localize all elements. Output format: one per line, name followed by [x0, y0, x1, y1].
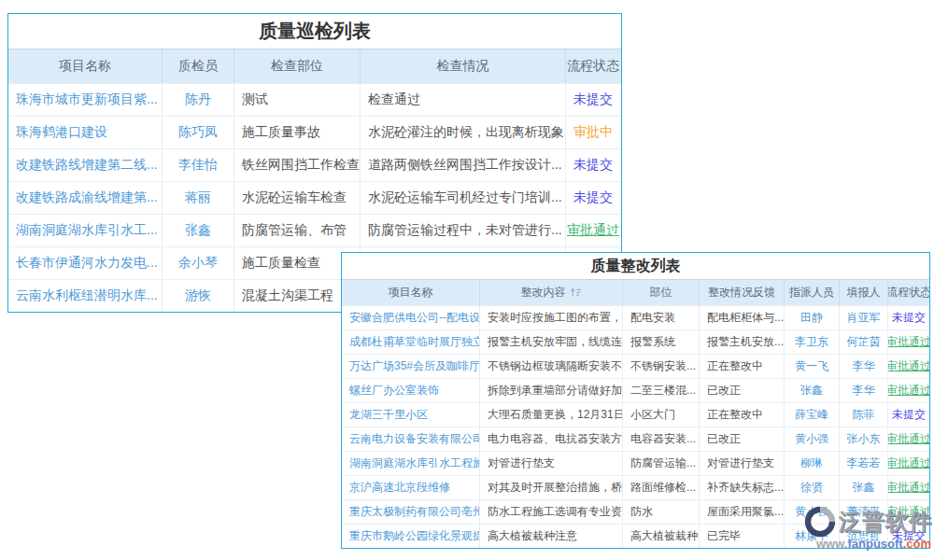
rectify-feedback-text: 正在整改中 — [707, 358, 763, 374]
cell-inspector-name: 余小琴 — [163, 247, 234, 279]
rectify-part-text: 配电安装 — [630, 310, 675, 326]
cell-process-status: 未提交 — [888, 306, 929, 329]
project-name-link[interactable]: 龙湖三千里小区 — [349, 407, 428, 423]
project-name-link[interactable]: 改建铁路线增建第二线... — [16, 157, 158, 174]
assignee-name-link[interactable]: 黄一飞 — [795, 358, 828, 374]
project-name-link[interactable]: 长春市伊通河水力发电... — [16, 255, 158, 272]
reporter-name-link[interactable]: 李华 — [853, 383, 875, 399]
rectification-table-title: 质量整改列表 — [342, 253, 929, 280]
rectify-part-text: 高大植被栽种 — [630, 528, 698, 544]
cell-reporter-name: 肖亚军 — [840, 306, 888, 329]
process-status-text: 未提交 — [892, 310, 926, 326]
project-name-link[interactable]: 安徽合肥供电公司--配电设备... — [349, 310, 480, 326]
project-name-link[interactable]: 重庆市鹅岭公园绿化景观提升... — [349, 528, 480, 544]
inspector-name-link[interactable]: 张鑫 — [185, 222, 211, 239]
reporter-name-link[interactable]: 何芷茵 — [847, 334, 881, 350]
inspector-name-link[interactable]: 陈巧凤 — [178, 124, 218, 141]
inspection-part-text: 测试 — [242, 91, 268, 108]
cell-rectify-content: 对其及时开展整治措施，桥头... — [480, 476, 623, 499]
process-status-text[interactable]: 审批通过 — [567, 222, 619, 239]
project-name-link[interactable]: 螺丝厂办公室装饰 — [349, 383, 439, 399]
cell-rectify-content: 大理石质量更换，12月31日之... — [480, 403, 623, 427]
cell-rectify-feedback: 报警主机安放... — [700, 330, 785, 354]
rectify-content-text: 拆除到承重墙部分请做好加固... — [488, 383, 623, 399]
sort-ascending-icon[interactable] — [570, 287, 582, 298]
process-status-text[interactable]: 审批通过 — [888, 504, 929, 520]
process-status-text[interactable]: 审批通过 — [888, 455, 929, 471]
process-status-text[interactable]: 审批通过 — [888, 358, 929, 374]
rectification-header-label: 整改情况反馈 — [708, 285, 775, 301]
inspection-header-label: 检查部位 — [271, 58, 323, 75]
rectification-table-row: 湖南洞庭湖水库引水工程施工标对管进行垫支防腐管运输...对管进行垫支柳琳李若若审… — [342, 451, 929, 475]
cell-rectify-part: 二至三楼混... — [623, 379, 700, 402]
cell-inspection-part: 测试 — [234, 84, 361, 116]
process-status-text[interactable]: 审批通过 — [888, 334, 929, 350]
assignee-name-link[interactable]: 李卫东 — [795, 334, 828, 350]
rectification-table-row: 万达广场35#会所及咖啡厅空...不锈钢边框玻璃隔断安装不牢...不锈钢安装..… — [342, 354, 929, 378]
assignee-name-link[interactable]: 柳琳 — [800, 455, 823, 471]
inspector-name-link[interactable]: 游恢 — [185, 287, 211, 304]
assignee-name-link[interactable]: 黄小强 — [795, 504, 828, 520]
cell-assignee-name: 薛宝峰 — [785, 403, 840, 427]
rectify-content-text: 不锈钢边框玻璃隔断安装不牢... — [488, 358, 623, 374]
cell-reporter-name: 陈菲 — [840, 403, 888, 427]
cell-reporter-name: 李华 — [840, 355, 888, 378]
cell-process-status: 审批通过 — [888, 355, 929, 378]
process-status-text: 未提交 — [892, 528, 926, 544]
reporter-name-link[interactable]: 李华 — [853, 358, 875, 374]
process-status-text[interactable]: 审批通过 — [888, 431, 929, 447]
cell-rectify-part: 高大植被栽种 — [623, 525, 700, 548]
inspector-name-link[interactable]: 李佳怡 — [178, 157, 218, 174]
assignee-name-link[interactable]: 田静 — [800, 310, 823, 326]
inspector-name-link[interactable]: 蒋丽 — [185, 189, 211, 206]
assignee-name-link[interactable]: 林康平 — [795, 528, 828, 544]
project-name-link[interactable]: 湖南洞庭湖水库引水工程施工标 — [349, 455, 480, 471]
inspector-name-link[interactable]: 陈丹 — [185, 91, 211, 108]
assignee-name-link[interactable]: 黄小强 — [795, 431, 828, 447]
process-status-text[interactable]: 审批通过 — [888, 383, 929, 399]
cell-assignee-name: 黄小强 — [785, 500, 840, 524]
assignee-name-link[interactable]: 徐贤 — [800, 480, 823, 496]
rectification-header-cell: 项目名称 — [342, 280, 480, 305]
project-name-link[interactable]: 改建铁路成渝线增建第... — [16, 189, 158, 206]
project-name-link[interactable]: 云南电力设备安装有限公司20... — [349, 431, 480, 447]
project-name-link[interactable]: 京沪高速北京段维修 — [349, 480, 450, 496]
process-status-text[interactable]: 审批通过 — [888, 480, 929, 496]
cell-project-name: 珠海鹤港口建设 — [8, 117, 163, 148]
rectify-feedback-text: 对管进行垫支 — [707, 455, 774, 471]
cell-rectify-part: 小区大门 — [623, 403, 700, 427]
reporter-name-link[interactable]: 范思哲 — [847, 528, 881, 544]
cell-rectify-feedback: 正在整改中 — [700, 355, 785, 378]
assignee-name-link[interactable]: 薛宝峰 — [795, 407, 828, 423]
reporter-name-link[interactable]: 张小东 — [847, 431, 881, 447]
cell-project-name: 珠海市城市更新项目紫... — [8, 84, 163, 116]
cell-process-status: 审批通过 — [888, 476, 929, 499]
project-name-link[interactable]: 万达广场35#会所及咖啡厅空... — [349, 358, 480, 374]
rectification-header-label: 部位 — [650, 285, 672, 301]
inspector-name-link[interactable]: 余小琴 — [178, 255, 218, 272]
project-name-link[interactable]: 云南水利枢纽潜明水库... — [16, 287, 158, 304]
cell-rectify-part: 配电安装 — [623, 306, 700, 329]
rectification-header-cell[interactable]: 整改内容 — [480, 280, 623, 305]
inspection-header-label: 质检员 — [178, 58, 218, 75]
project-name-link[interactable]: 成都杜甫草堂临时展厅独立展... — [349, 334, 480, 350]
reporter-name-link[interactable]: 董清平 — [847, 504, 881, 520]
project-name-link[interactable]: 珠海鹤港口建设 — [16, 124, 107, 141]
assignee-name-link[interactable]: 张鑫 — [800, 383, 823, 399]
reporter-name-link[interactable]: 陈菲 — [853, 407, 875, 423]
rectification-table-header: 项目名称整改内容部位整改情况反馈指派人员填报人流程状态 — [342, 280, 929, 305]
cell-rectify-feedback: 已改正 — [700, 379, 785, 402]
cell-inspection-part: 水泥砼运输车检查 — [234, 182, 361, 214]
reporter-name-link[interactable]: 肖亚军 — [847, 310, 881, 326]
project-name-link[interactable]: 珠海市城市更新项目紫... — [16, 91, 158, 108]
cell-inspection-situation: 检查通过 — [361, 84, 566, 116]
cell-inspector-name: 陈巧凤 — [163, 117, 234, 148]
project-name-link[interactable]: 重庆太极制药有限公司亳州中... — [349, 504, 480, 520]
inspection-part-text: 防腐管运输、布管 — [242, 222, 347, 239]
project-name-link[interactable]: 湖南洞庭湖水库引水工... — [16, 222, 158, 239]
reporter-name-link[interactable]: 张鑫 — [853, 480, 875, 496]
reporter-name-link[interactable]: 李若若 — [847, 455, 881, 471]
rectification-header-cell: 填报人 — [840, 280, 888, 305]
cell-assignee-name: 张鑫 — [785, 379, 840, 402]
cell-assignee-name: 黄小强 — [785, 427, 840, 451]
